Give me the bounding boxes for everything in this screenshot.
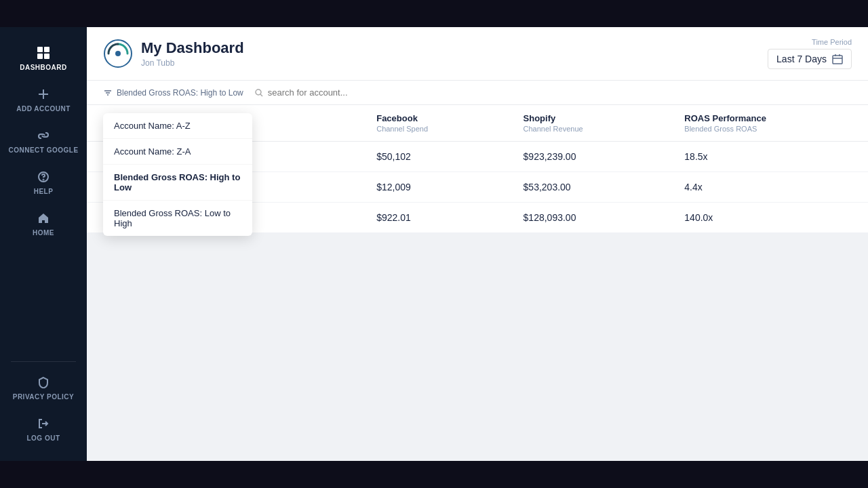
sidebar-item-label: HOME [33,229,54,237]
sidebar: DASHBOARD ADD ACCOUNT CONNECT GOOGLE [0,27,87,461]
time-period-label: Time Period [812,38,852,46]
sidebar-item-connect-google[interactable]: CONNECT GOOGLE [0,121,87,162]
page-header: My Dashboard Jon Tubb Time Period Last 7… [87,27,868,81]
svg-rect-3 [44,54,50,59]
search-bar [254,87,852,98]
sidebar-item-label: ADD ACCOUNT [16,105,71,113]
time-period-select[interactable]: Last 7 Days [768,49,852,69]
table-toolbar: Blended Gross ROAS: High to Low [87,81,868,105]
svg-point-9 [115,51,121,56]
header-right: Time Period Last 7 Days [768,38,852,69]
top-bar [0,0,868,27]
header-left: My Dashboard Jon Tubb [103,39,244,68]
svg-rect-2 [37,54,43,59]
sort-dropdown: Account Name: A-Z Account Name: Z-A Blen… [103,113,252,236]
svg-rect-1 [44,47,50,52]
sidebar-item-add-account[interactable]: ADD ACCOUNT [0,79,87,121]
logo-icon [103,39,133,68]
svg-rect-0 [37,47,43,52]
dropdown-item-account-az[interactable]: Account Name: A-Z [103,113,252,139]
table-area: Blended Gross ROAS: High to Low Account … [87,81,868,461]
dropdown-item-account-za[interactable]: Account Name: Z-A [103,139,252,165]
sidebar-item-log-out[interactable]: LOG OUT [0,409,87,450]
dropdown-item-roas-low-high[interactable]: Blended Gross ROAS: Low to High [103,201,252,236]
search-input[interactable] [268,87,403,98]
link-icon [37,129,50,142]
col-facebook: Facebook Channel Spend [360,105,507,142]
sidebar-divider [11,361,76,362]
dropdown-item-roas-high-low[interactable]: Blended Gross ROAS: High to Low [103,165,252,201]
roas-value: 140.0x [668,203,868,233]
calendar-icon [832,54,843,64]
sidebar-item-label: DASHBOARD [20,64,67,71]
home-icon [37,211,50,225]
sort-button[interactable]: Blended Gross ROAS: High to Low [103,88,243,98]
shopify-revenue: $53,203.00 [507,172,669,203]
main-content: My Dashboard Jon Tubb Time Period Last 7… [87,27,868,461]
facebook-spend: $922.01 [360,203,507,233]
header-title-group: My Dashboard Jon Tubb [141,39,244,68]
roas-value: 18.5x [668,142,868,172]
sidebar-item-label: PRIVACY POLICY [13,393,75,401]
col-shopify: Shopify Channel Revenue [507,105,669,142]
sidebar-item-dashboard[interactable]: DASHBOARD [0,38,87,79]
logout-icon [37,417,50,430]
svg-point-11 [256,89,261,95]
facebook-spend: $12,009 [360,172,507,203]
shopify-revenue: $923,239.00 [507,142,669,172]
sidebar-item-help[interactable]: HELP [0,162,87,203]
svg-rect-10 [833,56,842,64]
roas-value: 4.4x [668,172,868,203]
plus-icon [37,87,50,101]
sidebar-item-label: HELP [34,188,54,195]
search-icon [254,88,264,98]
page-title: My Dashboard [141,39,244,57]
svg-point-7 [43,180,44,180]
facebook-spend: $50,102 [360,142,507,172]
shield-icon [37,375,50,389]
shopify-revenue: $128,093.00 [507,203,669,233]
time-period-value: Last 7 Days [776,54,827,64]
col-roas: ROAS Performance Blended Gross ROAS [668,105,868,142]
sidebar-item-label: CONNECT GOOGLE [8,146,78,154]
user-name: Jon Tubb [141,58,244,68]
sidebar-bottom: PRIVACY POLICY LOG OUT [0,356,87,450]
sidebar-item-home[interactable]: HOME [0,203,87,245]
grid-icon [37,46,50,60]
sort-label: Blended Gross ROAS: High to Low [117,88,243,98]
svg-rect-5 [39,94,48,95]
sidebar-item-privacy-policy[interactable]: PRIVACY POLICY [0,367,87,409]
bottom-bar [0,461,868,488]
sidebar-item-label: LOG OUT [26,434,60,442]
question-icon [37,170,50,184]
sort-icon [103,88,113,98]
